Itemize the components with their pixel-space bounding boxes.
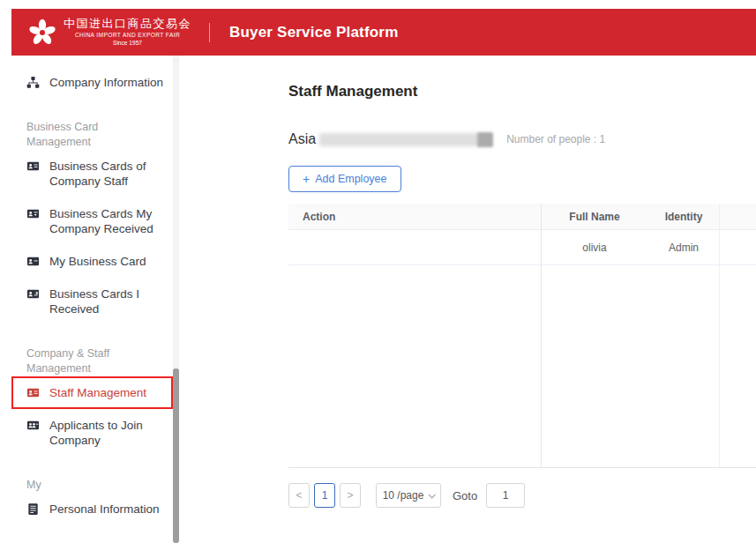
sidebar-scrollbar-thumb[interactable]	[173, 368, 179, 543]
sidebar-item-label: Business Cards of Company Staff	[49, 159, 168, 189]
business-card-inbox-icon	[26, 207, 40, 220]
pagination-prev-button[interactable]: <	[288, 483, 310, 508]
business-card-exchange-icon	[26, 287, 40, 301]
add-employee-button[interactable]: + Add Employee	[288, 166, 401, 192]
cell-full-name: olivia	[541, 242, 648, 254]
my-business-card-icon	[26, 255, 40, 268]
people-card-icon	[26, 419, 40, 432]
page-size-select[interactable]: 10 /page	[376, 483, 441, 508]
logo-chinese-text: 中国进出口商品交易会	[64, 18, 191, 30]
main-content: Staff Management Asia Number of people :…	[180, 56, 756, 543]
column-divider	[719, 204, 720, 467]
id-card-icon	[26, 386, 40, 399]
company-name: Asia	[288, 131, 316, 147]
sidebar-item-label: Business Cards I Received	[49, 286, 168, 316]
sidebar-item-label: Business Cards My Company Received	[49, 206, 168, 236]
company-summary-row: Asia Number of people : 1	[288, 131, 756, 147]
goto-label: Goto	[453, 489, 477, 502]
sidebar-item-label: Applicants to Join Company	[49, 418, 168, 448]
pagination-next-button[interactable]: >	[340, 483, 361, 508]
plus-icon: +	[303, 173, 310, 185]
app-header: 中国进出口商品交易会 CHINA IMPORT AND EXPORT FAIR …	[11, 9, 756, 56]
chevron-down-icon	[429, 491, 436, 498]
sidebar-section-company-staff-management: Company & Staff Management	[11, 346, 178, 376]
sidebar-item-applicants-to-join-company[interactable]: Applicants to Join Company	[11, 409, 178, 457]
sidebar-item-business-cards-of-company-staff[interactable]: Business Cards of Company Staff	[11, 150, 178, 197]
sidebar: Company Information Business Card Manage…	[11, 56, 179, 543]
platform-title: Buyer Service Platform	[229, 24, 398, 41]
redacted-company-name	[319, 133, 480, 146]
logo-since-text: Since 1957	[64, 40, 191, 47]
sidebar-item-business-cards-my-company-received[interactable]: Business Cards My Company Received	[11, 197, 178, 245]
table-header-row: Action Full Name Identity	[288, 204, 756, 230]
table-row: olivia Admin	[288, 230, 756, 265]
sidebar-item-label: Staff Management	[49, 385, 146, 400]
pagination: < 1 > 10 /page Goto	[288, 483, 756, 508]
add-employee-label: Add Employee	[315, 173, 386, 185]
canton-fair-flower-icon	[26, 17, 58, 48]
header-divider	[209, 23, 210, 42]
goto-page-input[interactable]	[486, 483, 525, 508]
sidebar-item-business-cards-i-received[interactable]: Business Cards I Received	[11, 278, 178, 325]
sidebar-item-company-information[interactable]: Company Information	[11, 66, 178, 99]
number-of-people-label: Number of people : 1	[506, 133, 605, 145]
fixed-column-divider	[541, 204, 542, 467]
column-header-action: Action	[288, 211, 541, 223]
cell-identity: Admin	[648, 242, 719, 254]
page-size-value: 10 /page	[383, 489, 424, 502]
canton-fair-logo: 中国进出口商品交易会 CHINA IMPORT AND EXPORT FAIR …	[26, 17, 191, 48]
sidebar-item-my-business-card[interactable]: My Business Card	[11, 245, 178, 278]
logo-english-text: CHINA IMPORT AND EXPORT FAIR	[64, 32, 191, 39]
sidebar-item-personal-information[interactable]: Personal Information	[11, 493, 178, 525]
column-header-identity: Identity	[648, 211, 719, 223]
sidebar-scrollbar-track[interactable]	[173, 56, 179, 543]
document-icon	[26, 502, 40, 516]
staff-table: Action Full Name Identity olivia Admin	[288, 204, 756, 468]
org-chart-icon	[26, 76, 40, 89]
sidebar-section-business-card-management: Business Card Management	[11, 120, 178, 150]
sidebar-item-label: Company Information	[49, 75, 163, 90]
sidebar-section-my: My	[11, 478, 178, 493]
sidebar-item-label: My Business Card	[49, 254, 146, 269]
sidebar-item-staff-management[interactable]: Staff Management	[11, 376, 173, 409]
redacted-company-name-end	[477, 132, 493, 147]
page-title: Staff Management	[288, 83, 756, 100]
pagination-page-1-button[interactable]: 1	[314, 483, 335, 508]
business-card-icon	[26, 160, 40, 173]
column-header-full-name: Full Name	[541, 211, 648, 223]
sidebar-item-label: Personal Information	[49, 502, 160, 517]
